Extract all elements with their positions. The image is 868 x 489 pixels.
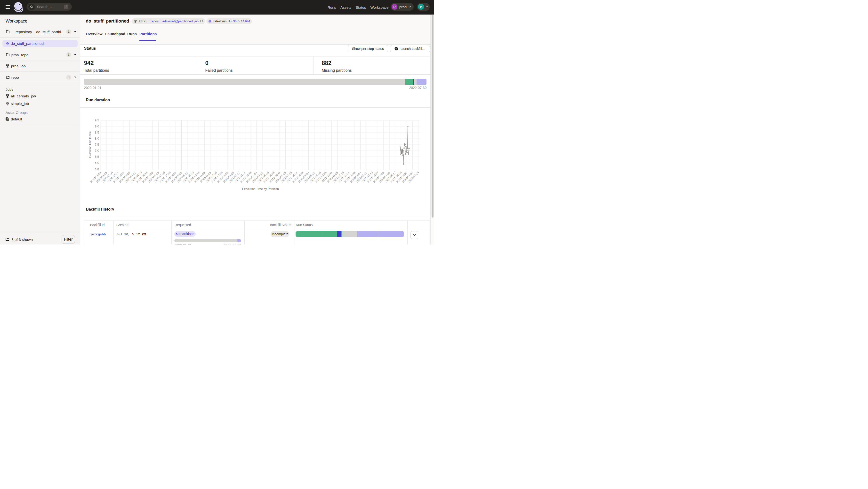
svg-text:6.0: 6.0 bbox=[95, 161, 99, 165]
svg-text:7.0: 7.0 bbox=[95, 149, 99, 153]
svg-text:8.5: 8.5 bbox=[95, 131, 99, 134]
svg-text:Execution Time by Partition: Execution Time by Partition bbox=[242, 187, 279, 191]
svg-text:5.5: 5.5 bbox=[95, 167, 99, 171]
svg-text:Execution time (secs): Execution time (secs) bbox=[89, 131, 91, 158]
svg-text:8.0: 8.0 bbox=[95, 137, 99, 140]
svg-text:9.0: 9.0 bbox=[95, 125, 99, 128]
svg-text:9.5: 9.5 bbox=[95, 119, 99, 122]
svg-text:6.5: 6.5 bbox=[95, 155, 99, 159]
svg-text:7.5: 7.5 bbox=[95, 143, 99, 146]
